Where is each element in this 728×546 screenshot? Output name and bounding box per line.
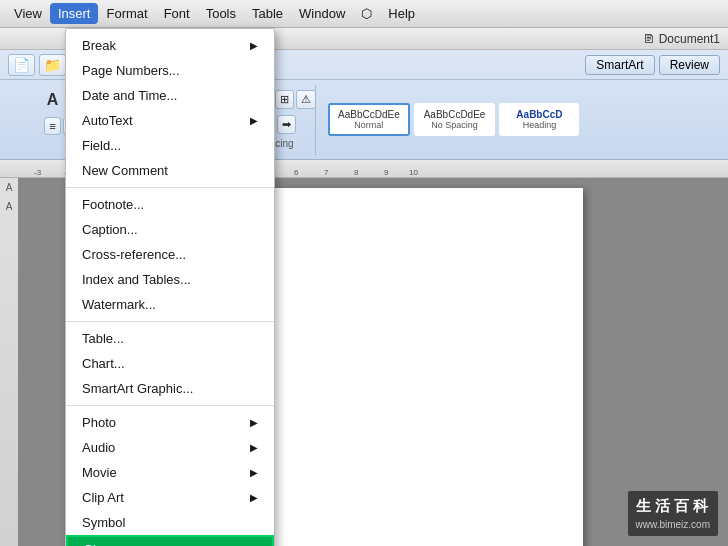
menu-item-break[interactable]: Break ▶: [66, 33, 274, 58]
menu-item-clip-art[interactable]: Clip Art ▶: [66, 485, 274, 510]
insert-menu: Break ▶ Page Numbers... Date and Time...…: [65, 28, 275, 546]
review-tab[interactable]: Review: [659, 55, 720, 75]
menu-item-audio[interactable]: Audio ▶: [66, 435, 274, 460]
menu-item-page-numbers[interactable]: Page Numbers...: [66, 58, 274, 83]
menu-item-photo[interactable]: Photo ▶: [66, 410, 274, 435]
photo-arrow: ▶: [250, 417, 258, 428]
style-no-spacing[interactable]: AaBbCcDdEe No Spacing: [414, 103, 496, 136]
menu-item-caption[interactable]: Caption...: [66, 217, 274, 242]
spacing-btn4[interactable]: ⚠: [296, 90, 316, 109]
separator-2: [66, 321, 274, 322]
menu-item-movie[interactable]: Movie ▶: [66, 460, 274, 485]
smartart-tab[interactable]: SmartArt: [585, 55, 654, 75]
menubar: View Insert Format Font Tools Table Wind…: [0, 0, 728, 28]
menu-item-symbol[interactable]: Symbol: [66, 510, 274, 535]
watermark-line1: 生 活 百 科: [636, 495, 710, 518]
font-a-btn[interactable]: A: [43, 89, 63, 111]
menu-item-shape[interactable]: Shape...: [66, 535, 274, 546]
watermark-line2: www.bimeiz.com: [636, 517, 710, 532]
menu-item-new-comment[interactable]: New Comment: [66, 158, 274, 183]
menubar-font[interactable]: Font: [156, 3, 198, 24]
menubar-window[interactable]: Window: [291, 3, 353, 24]
menu-item-field[interactable]: Field...: [66, 133, 274, 158]
menu-item-watermark[interactable]: Watermark...: [66, 292, 274, 317]
outdent-btn[interactable]: ➡: [277, 115, 296, 134]
sidebar-left: A A: [0, 178, 18, 546]
sidebar-a-label: A: [6, 201, 13, 212]
menubar-insert[interactable]: Insert: [50, 3, 99, 24]
sidebar-font-label: A: [6, 182, 13, 193]
spacing-btn3[interactable]: ⊞: [275, 90, 294, 109]
menu-item-cross-reference[interactable]: Cross-reference...: [66, 242, 274, 267]
movie-arrow: ▶: [250, 467, 258, 478]
doc-icon: 🖹: [643, 32, 655, 46]
menu-item-chart[interactable]: Chart...: [66, 351, 274, 376]
audio-arrow: ▶: [250, 442, 258, 453]
menubar-icon[interactable]: ⬡: [353, 3, 380, 24]
styles-area: AaBbCcDdEe Normal AaBbCcDdEe No Spacing …: [324, 99, 720, 140]
menubar-view[interactable]: View: [6, 3, 50, 24]
menu-item-date-time[interactable]: Date and Time...: [66, 83, 274, 108]
style-heading1[interactable]: AaBbCcD Heading: [499, 103, 579, 136]
menubar-table[interactable]: Table: [244, 3, 291, 24]
clip-art-arrow: ▶: [250, 492, 258, 503]
separator-1: [66, 187, 274, 188]
separator-3: [66, 405, 274, 406]
menu-item-smartart-graphic[interactable]: SmartArt Graphic...: [66, 376, 274, 401]
autotext-arrow: ▶: [250, 115, 258, 126]
list-btn[interactable]: ≡: [44, 117, 60, 135]
menubar-tools[interactable]: Tools: [198, 3, 244, 24]
doc-name: Document1: [659, 32, 720, 46]
menubar-format[interactable]: Format: [98, 3, 155, 24]
document-title: 🖹 Document1: [643, 32, 720, 46]
menu-item-table[interactable]: Table...: [66, 326, 274, 351]
styles-group: AaBbCcDdEe Normal AaBbCcDdEe No Spacing …: [324, 99, 720, 140]
style-normal[interactable]: AaBbCcDdEe Normal: [328, 103, 410, 136]
menu-item-footnote[interactable]: Footnote...: [66, 192, 274, 217]
menu-item-autotext[interactable]: AutoText ▶: [66, 108, 274, 133]
watermark: 生 活 百 科 www.bimeiz.com: [628, 491, 718, 537]
menu-item-index-tables[interactable]: Index and Tables...: [66, 267, 274, 292]
open-btn[interactable]: 📁: [39, 54, 66, 76]
break-arrow: ▶: [250, 40, 258, 51]
menubar-help[interactable]: Help: [380, 3, 423, 24]
new-btn[interactable]: 📄: [8, 54, 35, 76]
